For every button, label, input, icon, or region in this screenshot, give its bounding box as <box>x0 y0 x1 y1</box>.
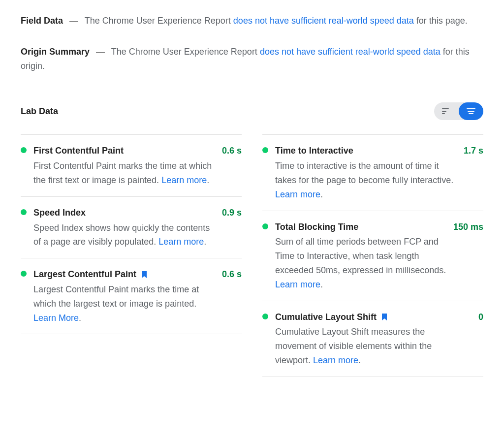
metric-value: 0.6 s <box>222 267 242 282</box>
metric-desc: Time to interactive is the amount of tim… <box>275 159 483 201</box>
field-data-section: Field Data — The Chrome User Experience … <box>21 14 483 28</box>
metric-name: Total Blocking Time <box>275 220 358 234</box>
metric-desc: Cumulative Layout Shift measures the mov… <box>275 325 483 367</box>
metric-name: First Contentful Paint <box>33 144 124 158</box>
separator-dash: — <box>96 47 105 57</box>
metrics-column-left: First Contentful Paint0.6 sFirst Content… <box>21 135 242 377</box>
metric-name-row: Cumulative Layout Shift0 <box>275 310 483 324</box>
status-dot-icon <box>21 209 27 215</box>
metric-name: Time to Interactive <box>275 144 353 158</box>
separator-dash: — <box>69 16 78 26</box>
origin-summary-title: Origin Summary <box>21 47 90 57</box>
metric-name-text: Cumulative Layout Shift <box>275 310 377 324</box>
period: . <box>320 189 323 199</box>
status-dot-icon <box>262 223 268 229</box>
metric-value: 150 ms <box>453 220 483 234</box>
metric-name-row: Time to Interactive1.7 s <box>275 144 483 158</box>
metric-desc-text: Largest Contentful Paint marks the time … <box>33 284 199 309</box>
metric-name-row: First Contentful Paint0.6 s <box>33 144 242 158</box>
metric-name-text: Time to Interactive <box>275 144 353 158</box>
field-data-text-pre: The Chrome User Experience Report <box>85 16 233 26</box>
page-root: Field Data — The Chrome User Experience … <box>0 0 504 381</box>
metric-desc: Largest Contentful Paint marks the time … <box>33 283 242 325</box>
period: . <box>358 355 361 365</box>
metric-desc: First Contentful Paint marks the time at… <box>33 159 242 188</box>
view-expanded-button[interactable] <box>459 102 483 120</box>
origin-summary-section: Origin Summary — The Chrome User Experie… <box>21 45 483 73</box>
field-data-link[interactable]: does not have sufficient real-world spee… <box>233 16 414 26</box>
origin-summary-link[interactable]: does not have sufficient real-world spee… <box>260 47 441 57</box>
learn-more-link[interactable]: Learn more <box>158 237 204 247</box>
status-dot-icon <box>262 314 268 319</box>
compact-view-icon <box>442 108 451 114</box>
metric-value: 1.7 s <box>464 144 483 158</box>
status-dot-icon <box>21 147 27 153</box>
metric-name: Largest Contentful Paint <box>33 267 146 282</box>
metric-card: Total Blocking Time150 msSum of all time… <box>262 211 483 301</box>
metrics-grid: First Contentful Paint0.6 sFirst Content… <box>21 135 483 377</box>
metric-content: Total Blocking Time150 msSum of all time… <box>275 220 483 292</box>
metric-desc-text: Sum of all time periods between FCP and … <box>275 237 446 275</box>
field-data-text-post: for this page. <box>414 16 468 26</box>
status-dot-icon <box>262 147 268 153</box>
field-data-title: Field Data <box>21 16 63 26</box>
lab-data-title: Lab Data <box>21 104 58 119</box>
learn-more-link[interactable]: Learn More <box>33 313 79 323</box>
learn-more-link[interactable]: Learn more <box>161 175 207 185</box>
metric-name: Speed Index <box>33 206 86 220</box>
metric-content: Cumulative Layout Shift0Cumulative Layou… <box>275 310 483 368</box>
metric-name-row: Total Blocking Time150 ms <box>275 220 483 234</box>
metric-name-text: Largest Contentful Paint <box>33 267 136 282</box>
metric-desc: Speed Index shows how quickly the conten… <box>33 221 242 250</box>
metric-content: First Contentful Paint0.6 sFirst Content… <box>33 144 242 187</box>
metric-name-row: Largest Contentful Paint0.6 s <box>33 267 242 282</box>
period: . <box>320 280 323 289</box>
metric-content: Largest Contentful Paint0.6 sLargest Con… <box>33 267 242 325</box>
bookmark-icon <box>381 314 386 320</box>
learn-more-link[interactable]: Learn more <box>275 280 320 289</box>
learn-more-link[interactable]: Learn more <box>313 355 358 365</box>
metric-content: Speed Index0.9 sSpeed Index shows how qu… <box>33 206 242 249</box>
expanded-view-icon <box>467 108 475 114</box>
lab-header-row: Lab Data <box>21 102 483 120</box>
period: . <box>79 313 81 323</box>
metric-desc-text: Time to interactive is the amount of tim… <box>275 161 453 185</box>
metrics-column-right: Time to Interactive1.7 sTime to interact… <box>262 135 483 377</box>
metric-name: Cumulative Layout Shift <box>275 310 386 324</box>
metric-name-text: First Contentful Paint <box>33 144 124 158</box>
metric-card: Cumulative Layout Shift0Cumulative Layou… <box>262 301 483 377</box>
learn-more-link[interactable]: Learn more <box>275 189 320 199</box>
bookmark-icon <box>141 271 146 278</box>
metric-value: 0.6 s <box>222 144 242 158</box>
period: . <box>204 237 206 247</box>
metric-content: Time to Interactive1.7 sTime to interact… <box>275 144 483 201</box>
view-toggle <box>434 102 483 120</box>
metric-card: Speed Index0.9 sSpeed Index shows how qu… <box>21 196 242 258</box>
origin-summary-text-pre: The Chrome User Experience Report <box>111 47 260 57</box>
metric-card: First Contentful Paint0.6 sFirst Content… <box>21 134 242 196</box>
status-dot-icon <box>21 271 27 277</box>
metric-name-text: Speed Index <box>33 206 86 220</box>
metric-value: 0.9 s <box>222 206 242 220</box>
metric-desc: Sum of all time periods between FCP and … <box>275 235 483 291</box>
metric-name-row: Speed Index0.9 s <box>33 206 242 220</box>
metric-name-text: Total Blocking Time <box>275 220 358 234</box>
period: . <box>207 175 209 185</box>
metric-card: Largest Contentful Paint0.6 sLargest Con… <box>21 258 242 334</box>
metric-card: Time to Interactive1.7 sTime to interact… <box>262 134 483 211</box>
view-compact-button[interactable] <box>434 102 459 120</box>
metric-value: 0 <box>478 310 483 324</box>
